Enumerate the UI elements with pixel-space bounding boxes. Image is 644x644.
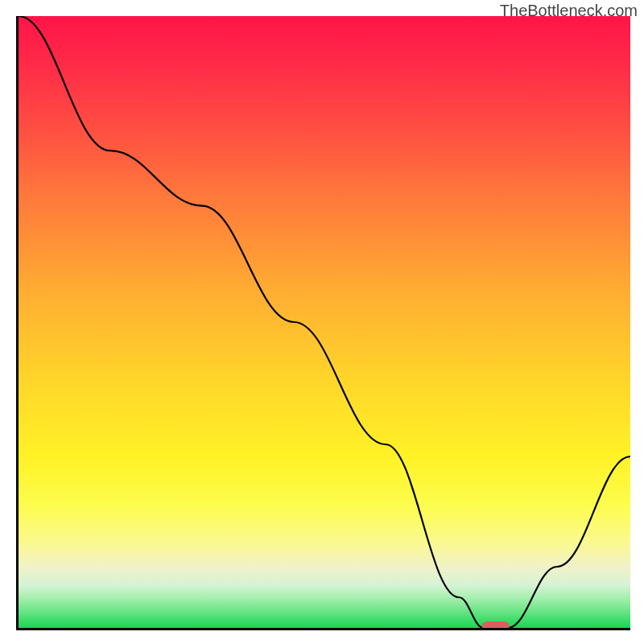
bottleneck-curve: [19, 16, 630, 628]
curve-path: [19, 16, 630, 628]
plot-area: [16, 16, 630, 630]
optimum-marker: [482, 621, 510, 630]
